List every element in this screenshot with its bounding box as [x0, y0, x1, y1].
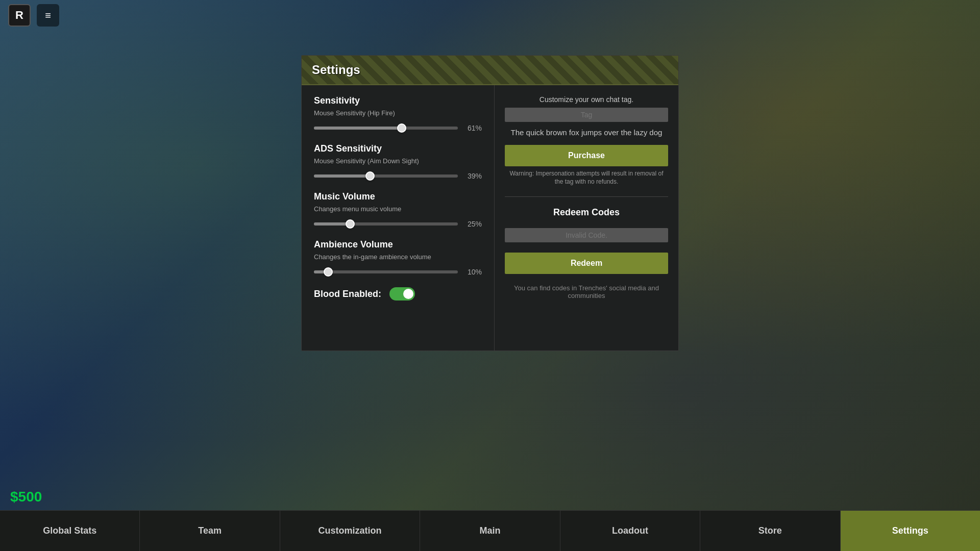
ambience-slider[interactable]	[314, 267, 458, 277]
divider	[505, 196, 668, 197]
sensitivity-slider-row: 61%	[314, 123, 482, 133]
nav-loadout[interactable]: Loadout	[560, 511, 700, 551]
ambience-slider-row: 10%	[314, 267, 482, 277]
sensitivity-fill	[314, 127, 402, 130]
purchase-button[interactable]: Purchase	[505, 145, 668, 166]
music-subtitle: Changes menu music volume	[314, 205, 482, 213]
music-slider-row: 25%	[314, 219, 482, 229]
right-panel: Customize your own chat tag. The quick b…	[495, 85, 678, 350]
roblox-logo: R	[8, 4, 31, 27]
ads-value: 39%	[464, 172, 482, 180]
find-codes-text: You can find codes in Trenches' social m…	[505, 284, 668, 299]
warning-text: Warning: Impersonation attempts will res…	[505, 169, 668, 187]
settings-header: Settings	[302, 56, 678, 85]
tag-input[interactable]	[505, 108, 668, 122]
music-thumb	[346, 219, 355, 229]
blood-toggle[interactable]	[389, 287, 415, 300]
settings-panel: Settings Sensitivity Mouse Sensitivity (…	[301, 55, 679, 351]
ambience-subtitle: Changes the in-game ambience volume	[314, 253, 482, 261]
sensitivity-slider[interactable]	[314, 123, 458, 133]
code-input[interactable]	[505, 228, 668, 242]
sensitivity-track	[314, 127, 458, 130]
music-track	[314, 222, 458, 226]
music-slider[interactable]	[314, 219, 458, 229]
redeem-title: Redeem Codes	[505, 207, 668, 218]
blood-label: Blood Enabled:	[314, 289, 381, 299]
top-bar: R ≡	[0, 0, 980, 31]
nav-team[interactable]: Team	[140, 511, 280, 551]
blood-toggle-row: Blood Enabled:	[314, 287, 482, 300]
nav-customization[interactable]: Customization	[280, 511, 420, 551]
chat-tag-section: Customize your own chat tag. The quick b…	[505, 95, 668, 186]
ads-track	[314, 174, 458, 178]
music-title: Music Volume	[314, 191, 482, 202]
ads-thumb	[365, 171, 375, 181]
ads-subtitle: Mouse Sensitivity (Aim Down Sight)	[314, 157, 482, 165]
nav-global-stats[interactable]: Global Stats	[0, 511, 140, 551]
nav-store[interactable]: Store	[700, 511, 840, 551]
currency-display: $500	[10, 489, 42, 505]
nav-main[interactable]: Main	[420, 511, 560, 551]
ambience-thumb	[324, 267, 333, 277]
preview-text: The quick brown fox jumps over the lazy …	[505, 127, 668, 139]
sensitivity-subtitle: Mouse Sensitivity (Hip Fire)	[314, 109, 482, 117]
nav-settings[interactable]: Settings	[841, 511, 980, 551]
ads-title: ADS Sensitivity	[314, 143, 482, 154]
sensitivity-thumb	[397, 123, 406, 133]
sensitivity-value: 61%	[464, 124, 482, 132]
sensitivity-title: Sensitivity	[314, 95, 482, 106]
left-panel: Sensitivity Mouse Sensitivity (Hip Fire)…	[302, 85, 495, 350]
music-fill	[314, 222, 350, 226]
currency-symbol: $	[10, 489, 18, 505]
toggle-knob	[403, 289, 413, 299]
settings-body: Sensitivity Mouse Sensitivity (Hip Fire)…	[302, 85, 678, 350]
currency-amount: 500	[18, 489, 42, 505]
redeem-button[interactable]: Redeem	[505, 253, 668, 274]
ads-slider[interactable]	[314, 171, 458, 181]
bottom-nav: Global Stats Team Customization Main Loa…	[0, 510, 980, 551]
ambience-track	[314, 270, 458, 273]
ads-slider-row: 39%	[314, 171, 482, 181]
ambience-title: Ambience Volume	[314, 239, 482, 250]
settings-title: Settings	[312, 63, 668, 77]
ads-fill	[314, 174, 370, 178]
menu-icon[interactable]: ≡	[37, 4, 59, 27]
customize-label: Customize your own chat tag.	[505, 95, 668, 104]
music-value: 25%	[464, 220, 482, 228]
ambience-value: 10%	[464, 268, 482, 276]
